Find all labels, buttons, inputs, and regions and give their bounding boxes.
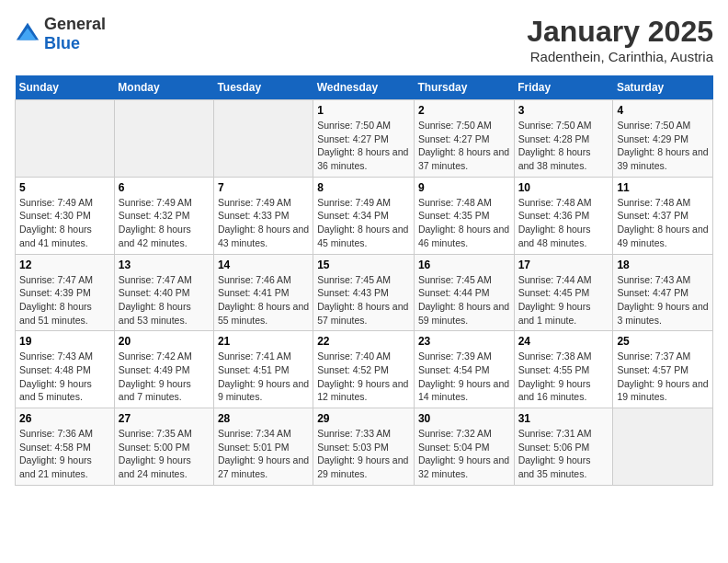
day-info: Sunrise: 7:33 AM Sunset: 5:03 PM Dayligh… xyxy=(317,427,410,481)
day-number: 11 xyxy=(617,181,709,194)
calendar-cell: 23Sunrise: 7:39 AM Sunset: 4:54 PM Dayli… xyxy=(414,331,514,408)
weekday-header: Saturday xyxy=(613,75,713,100)
day-info: Sunrise: 7:48 AM Sunset: 4:36 PM Dayligh… xyxy=(518,196,609,250)
day-number: 25 xyxy=(617,335,709,348)
day-info: Sunrise: 7:50 AM Sunset: 4:29 PM Dayligh… xyxy=(617,119,709,173)
weekday-header: Tuesday xyxy=(213,75,313,100)
calendar-table: SundayMondayTuesdayWednesdayThursdayFrid… xyxy=(15,75,713,486)
day-info: Sunrise: 7:32 AM Sunset: 5:04 PM Dayligh… xyxy=(418,427,510,481)
day-info: Sunrise: 7:49 AM Sunset: 4:30 PM Dayligh… xyxy=(19,196,110,250)
day-number: 4 xyxy=(617,104,709,117)
day-number: 15 xyxy=(317,259,410,271)
day-number: 17 xyxy=(518,259,609,271)
weekday-header: Sunday xyxy=(16,75,115,100)
day-number: 12 xyxy=(19,259,110,271)
weekday-header: Monday xyxy=(114,75,213,100)
location-subtitle: Radenthein, Carinthia, Austria xyxy=(527,49,713,64)
day-number: 29 xyxy=(317,412,410,425)
day-number: 1 xyxy=(317,104,410,117)
day-info: Sunrise: 7:50 AM Sunset: 4:27 PM Dayligh… xyxy=(317,119,410,173)
calendar-cell: 20Sunrise: 7:42 AM Sunset: 4:49 PM Dayli… xyxy=(114,331,213,408)
calendar-cell: 28Sunrise: 7:34 AM Sunset: 5:01 PM Dayli… xyxy=(213,408,313,486)
day-info: Sunrise: 7:49 AM Sunset: 4:33 PM Dayligh… xyxy=(218,196,309,250)
calendar-cell: 5Sunrise: 7:49 AM Sunset: 4:30 PM Daylig… xyxy=(16,177,115,254)
calendar-cell xyxy=(613,408,713,486)
day-number: 23 xyxy=(418,335,510,348)
day-info: Sunrise: 7:31 AM Sunset: 5:06 PM Dayligh… xyxy=(518,427,609,481)
day-number: 18 xyxy=(617,259,709,271)
day-info: Sunrise: 7:35 AM Sunset: 5:00 PM Dayligh… xyxy=(119,427,210,481)
calendar-cell: 19Sunrise: 7:43 AM Sunset: 4:48 PM Dayli… xyxy=(16,331,115,408)
calendar-week-row: 26Sunrise: 7:36 AM Sunset: 4:58 PM Dayli… xyxy=(16,408,713,486)
day-info: Sunrise: 7:48 AM Sunset: 4:37 PM Dayligh… xyxy=(617,196,709,250)
title-block: January 2025 Radenthein, Carinthia, Aust… xyxy=(527,15,713,64)
calendar-cell: 2Sunrise: 7:50 AM Sunset: 4:27 PM Daylig… xyxy=(414,100,514,178)
calendar-cell: 6Sunrise: 7:49 AM Sunset: 4:32 PM Daylig… xyxy=(114,177,213,254)
day-number: 21 xyxy=(218,335,309,348)
calendar-cell: 4Sunrise: 7:50 AM Sunset: 4:29 PM Daylig… xyxy=(613,100,713,178)
calendar-cell: 22Sunrise: 7:40 AM Sunset: 4:52 PM Dayli… xyxy=(313,331,415,408)
calendar-cell: 24Sunrise: 7:38 AM Sunset: 4:55 PM Dayli… xyxy=(514,331,613,408)
calendar-cell: 10Sunrise: 7:48 AM Sunset: 4:36 PM Dayli… xyxy=(514,177,613,254)
logo-general: General xyxy=(44,15,106,33)
day-number: 3 xyxy=(518,104,609,117)
day-info: Sunrise: 7:43 AM Sunset: 4:48 PM Dayligh… xyxy=(19,350,110,404)
weekday-header: Thursday xyxy=(414,75,514,100)
calendar-cell: 12Sunrise: 7:47 AM Sunset: 4:39 PM Dayli… xyxy=(16,254,115,331)
day-info: Sunrise: 7:41 AM Sunset: 4:51 PM Dayligh… xyxy=(218,350,309,404)
calendar-cell: 14Sunrise: 7:46 AM Sunset: 4:41 PM Dayli… xyxy=(213,254,313,331)
day-number: 27 xyxy=(119,412,210,425)
calendar-cell: 21Sunrise: 7:41 AM Sunset: 4:51 PM Dayli… xyxy=(213,331,313,408)
logo: General Blue xyxy=(15,15,106,53)
day-number: 13 xyxy=(119,259,210,271)
weekday-header: Wednesday xyxy=(313,75,415,100)
day-number: 8 xyxy=(317,181,410,194)
logo-text: General Blue xyxy=(44,15,106,53)
day-info: Sunrise: 7:45 AM Sunset: 4:43 PM Dayligh… xyxy=(317,273,410,327)
day-number: 9 xyxy=(418,181,510,194)
day-info: Sunrise: 7:45 AM Sunset: 4:44 PM Dayligh… xyxy=(418,273,510,327)
calendar-cell: 1Sunrise: 7:50 AM Sunset: 4:27 PM Daylig… xyxy=(313,100,415,178)
day-number: 26 xyxy=(19,412,110,425)
day-info: Sunrise: 7:48 AM Sunset: 4:35 PM Dayligh… xyxy=(418,196,510,250)
calendar-cell: 30Sunrise: 7:32 AM Sunset: 5:04 PM Dayli… xyxy=(414,408,514,486)
day-info: Sunrise: 7:49 AM Sunset: 4:34 PM Dayligh… xyxy=(317,196,410,250)
calendar-cell: 15Sunrise: 7:45 AM Sunset: 4:43 PM Dayli… xyxy=(313,254,415,331)
day-info: Sunrise: 7:50 AM Sunset: 4:27 PM Dayligh… xyxy=(418,119,510,173)
day-number: 7 xyxy=(218,181,309,194)
calendar-week-row: 1Sunrise: 7:50 AM Sunset: 4:27 PM Daylig… xyxy=(16,100,713,178)
logo-icon xyxy=(15,21,40,47)
calendar-cell: 3Sunrise: 7:50 AM Sunset: 4:28 PM Daylig… xyxy=(514,100,613,178)
calendar-cell: 17Sunrise: 7:44 AM Sunset: 4:45 PM Dayli… xyxy=(514,254,613,331)
day-number: 31 xyxy=(518,412,609,425)
day-info: Sunrise: 7:38 AM Sunset: 4:55 PM Dayligh… xyxy=(518,350,609,404)
calendar-cell: 25Sunrise: 7:37 AM Sunset: 4:57 PM Dayli… xyxy=(613,331,713,408)
day-info: Sunrise: 7:39 AM Sunset: 4:54 PM Dayligh… xyxy=(418,350,510,404)
weekday-header-row: SundayMondayTuesdayWednesdayThursdayFrid… xyxy=(16,75,713,100)
calendar-cell: 31Sunrise: 7:31 AM Sunset: 5:06 PM Dayli… xyxy=(514,408,613,486)
day-number: 19 xyxy=(19,335,110,348)
day-number: 5 xyxy=(19,181,110,194)
calendar-week-row: 5Sunrise: 7:49 AM Sunset: 4:30 PM Daylig… xyxy=(16,177,713,254)
day-info: Sunrise: 7:46 AM Sunset: 4:41 PM Dayligh… xyxy=(218,273,309,327)
day-info: Sunrise: 7:44 AM Sunset: 4:45 PM Dayligh… xyxy=(518,273,609,327)
day-info: Sunrise: 7:47 AM Sunset: 4:40 PM Dayligh… xyxy=(119,273,210,327)
calendar-cell: 13Sunrise: 7:47 AM Sunset: 4:40 PM Dayli… xyxy=(114,254,213,331)
day-info: Sunrise: 7:34 AM Sunset: 5:01 PM Dayligh… xyxy=(218,427,309,481)
calendar-cell: 11Sunrise: 7:48 AM Sunset: 4:37 PM Dayli… xyxy=(613,177,713,254)
calendar-cell: 7Sunrise: 7:49 AM Sunset: 4:33 PM Daylig… xyxy=(213,177,313,254)
day-number: 16 xyxy=(418,259,510,271)
day-number: 30 xyxy=(418,412,510,425)
calendar-cell: 29Sunrise: 7:33 AM Sunset: 5:03 PM Dayli… xyxy=(313,408,415,486)
calendar-week-row: 12Sunrise: 7:47 AM Sunset: 4:39 PM Dayli… xyxy=(16,254,713,331)
calendar-cell: 16Sunrise: 7:45 AM Sunset: 4:44 PM Dayli… xyxy=(414,254,514,331)
day-number: 22 xyxy=(317,335,410,348)
day-info: Sunrise: 7:49 AM Sunset: 4:32 PM Dayligh… xyxy=(119,196,210,250)
page-header: General Blue January 2025 Radenthein, Ca… xyxy=(15,15,713,64)
calendar-cell: 26Sunrise: 7:36 AM Sunset: 4:58 PM Dayli… xyxy=(16,408,115,486)
calendar-cell: 18Sunrise: 7:43 AM Sunset: 4:47 PM Dayli… xyxy=(613,254,713,331)
day-number: 14 xyxy=(218,259,309,271)
day-info: Sunrise: 7:40 AM Sunset: 4:52 PM Dayligh… xyxy=(317,350,410,404)
calendar-cell xyxy=(213,100,313,178)
day-number: 20 xyxy=(119,335,210,348)
